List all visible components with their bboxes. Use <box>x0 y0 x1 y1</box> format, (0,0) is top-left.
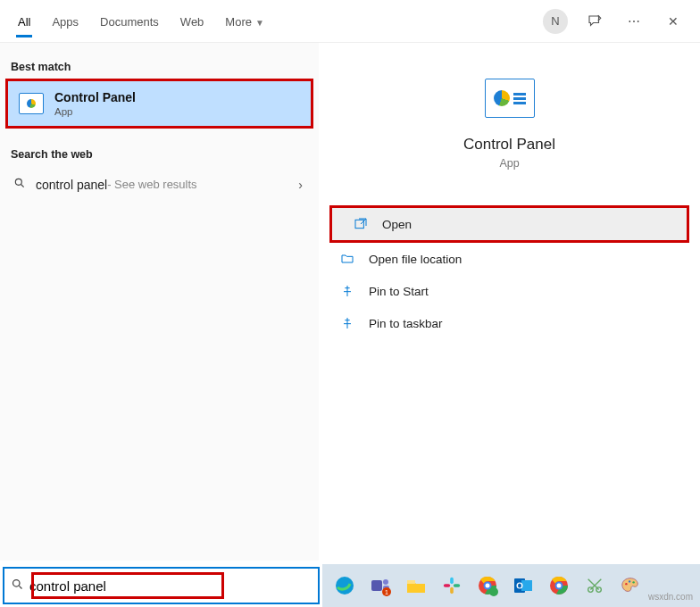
svg-rect-14 <box>450 587 454 594</box>
results-panel: Best match Control Panel App Search the … <box>0 43 319 561</box>
user-avatar[interactable]: N <box>543 9 568 34</box>
svg-point-29 <box>625 583 627 585</box>
more-options-icon[interactable]: ⋯ <box>620 7 648 36</box>
taskbar-edge-icon[interactable] <box>328 570 362 602</box>
svg-rect-6 <box>371 580 382 591</box>
action-open-location[interactable]: Open file location <box>319 243 700 275</box>
tab-more[interactable]: More▼ <box>214 4 275 37</box>
taskbar-teams-icon[interactable]: 1 <box>363 570 397 602</box>
action-pin-taskbar-label: Pin to taskbar <box>369 317 443 330</box>
svg-point-5 <box>336 577 354 595</box>
web-query: control panel <box>36 178 107 192</box>
action-pin-taskbar[interactable]: Pin to taskbar <box>319 307 700 339</box>
filter-tabs: All Apps Documents Web More▼ N ⋯ ✕ <box>0 0 700 43</box>
action-open[interactable]: Open <box>329 205 689 243</box>
watermark: wsxdn.com <box>648 592 693 602</box>
close-icon[interactable]: ✕ <box>659 7 688 36</box>
svg-rect-13 <box>444 584 450 587</box>
taskbar-chrome2-icon[interactable] <box>542 570 576 602</box>
open-icon <box>354 217 368 231</box>
svg-point-18 <box>486 584 490 588</box>
best-match-label: Best match <box>0 54 319 79</box>
folder-icon <box>340 252 354 266</box>
result-subtitle: App <box>54 106 136 117</box>
best-match-result[interactable]: Control Panel App <box>5 79 313 129</box>
search-web-label: Search the web <box>0 141 319 166</box>
svg-point-26 <box>557 584 562 588</box>
svg-point-3 <box>12 580 20 587</box>
svg-rect-12 <box>450 578 454 584</box>
search-icon <box>11 177 29 192</box>
action-open-label: Open <box>382 218 412 231</box>
svg-rect-21 <box>521 580 532 591</box>
search-icon <box>4 578 29 594</box>
svg-point-23 <box>518 583 521 587</box>
control-panel-icon-large <box>485 79 535 118</box>
svg-point-31 <box>632 581 634 583</box>
action-open-location-label: Open file location <box>369 253 462 266</box>
svg-point-19 <box>489 587 498 596</box>
pin-icon <box>340 284 354 298</box>
preview-title: Control Panel <box>319 136 700 154</box>
taskbar-slack-icon[interactable] <box>435 570 469 602</box>
tab-all[interactable]: All <box>7 4 41 37</box>
pin-icon <box>340 316 354 330</box>
action-pin-start-label: Pin to Start <box>369 285 429 298</box>
svg-point-7 <box>383 579 388 585</box>
tab-apps[interactable]: Apps <box>41 4 89 37</box>
web-result[interactable]: control panel - See web results › <box>0 166 319 203</box>
feedback-icon[interactable] <box>580 7 609 36</box>
bottom-bar: 1 <box>0 564 700 607</box>
svg-line-4 <box>19 586 21 588</box>
chevron-right-icon: › <box>298 178 308 192</box>
preview-subtitle: App <box>319 157 700 170</box>
search-input[interactable] <box>29 569 318 603</box>
action-pin-start[interactable]: Pin to Start <box>319 275 700 307</box>
svg-point-30 <box>629 580 630 582</box>
preview-panel: Control Panel App Open Open file locatio… <box>319 43 700 561</box>
svg-line-1 <box>21 185 24 187</box>
svg-text:1: 1 <box>385 589 388 595</box>
taskbar-chrome-icon[interactable] <box>471 570 504 602</box>
taskbar-paint-icon[interactable] <box>613 570 647 602</box>
taskbar-explorer-icon[interactable] <box>399 570 433 602</box>
svg-rect-2 <box>355 220 363 228</box>
result-title: Control Panel <box>54 90 136 104</box>
svg-rect-15 <box>454 584 460 587</box>
tab-web[interactable]: Web <box>170 4 215 37</box>
taskbar-snip-icon[interactable] <box>578 570 612 602</box>
chevron-down-icon: ▼ <box>255 18 264 28</box>
search-box[interactable] <box>3 567 320 604</box>
web-hint: - See web results <box>107 178 196 191</box>
control-panel-icon <box>19 93 44 114</box>
svg-rect-11 <box>407 580 415 584</box>
taskbar: 1 <box>322 564 700 607</box>
svg-point-0 <box>15 179 21 185</box>
taskbar-outlook-icon[interactable] <box>506 570 540 602</box>
tab-documents[interactable]: Documents <box>89 4 170 37</box>
